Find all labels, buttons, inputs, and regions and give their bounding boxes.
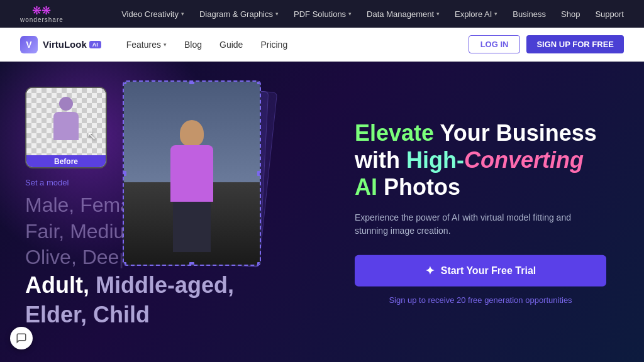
selection-handle-mr [257, 171, 261, 176]
person-shirt [170, 145, 213, 202]
btn-trial-label: Start Your Free Trial [441, 265, 536, 276]
chevron-down-icon: ▾ [181, 11, 184, 17]
sec-nav-blog[interactable]: Blog [184, 40, 202, 50]
virtulook-brand-logo[interactable]: V VirtuLook AI [20, 36, 101, 53]
nav-video-creativity[interactable]: Video Creativity ▾ [121, 9, 184, 19]
sec-nav-guide[interactable]: Guide [219, 40, 243, 50]
logo-text: wondershare [20, 16, 64, 23]
main-photo-frame [123, 80, 261, 266]
heading-converting: Converting [464, 147, 584, 173]
signup-promo[interactable]: Sign up to receive 20 free generation op… [355, 295, 606, 304]
nav-pdf-solutions[interactable]: PDF Solutions ▾ [294, 9, 352, 19]
hero-heading: Elevate Your Business with High-Converti… [355, 119, 606, 201]
nav-diagram-graphics[interactable]: Diagram & Graphics ▾ [199, 9, 279, 19]
logo-icon: ❋❋ [32, 5, 51, 16]
heading-business: Business [496, 120, 597, 146]
main-photo-inner [124, 82, 260, 265]
top-navigation: ❋❋ wondershare Video Creativity ▾ Diagra… [0, 0, 644, 28]
heading-elevate: Elevate [355, 120, 434, 146]
chevron-down-icon: ▾ [275, 11, 279, 17]
login-button[interactable]: LOG IN [469, 35, 521, 53]
signup-button[interactable]: SIGN UP FOR FREE [526, 35, 624, 53]
sec-nav-features[interactable]: Features ▾ [126, 40, 167, 50]
person-head [180, 120, 204, 146]
nav-shop[interactable]: Shop [561, 9, 580, 19]
nav-data-management[interactable]: Data Management ▾ [367, 9, 440, 19]
chevron-down-icon: ▾ [164, 41, 167, 48]
nav-support[interactable]: Support [595, 9, 624, 19]
photo-person-figure [167, 120, 217, 265]
silhouette-body [53, 112, 79, 140]
secondary-navigation: V VirtuLook AI Features ▾ Blog Guide Pri… [0, 28, 644, 62]
scroll-line-5: Elder, Child [25, 300, 234, 330]
nav-explore-ai[interactable]: Explore AI ▾ [455, 9, 497, 19]
heading-high: High- [406, 147, 464, 173]
wondershare-logo[interactable]: ❋❋ wondershare [20, 5, 64, 23]
hero-subtext: Experience the power of AI with virtual … [355, 211, 581, 237]
heading-your: Your [440, 120, 496, 146]
set-model-label: Set a model [25, 178, 69, 187]
silhouette-head [59, 97, 73, 111]
chevron-down-icon: ▾ [494, 11, 497, 17]
person-silhouette [49, 97, 84, 147]
thumbnail-inner: ↖ [26, 88, 106, 155]
cursor-icon: ↖ [87, 129, 96, 143]
heading-ai: AI [355, 174, 384, 200]
selection-handle-tl [123, 80, 126, 84]
heading-with: with [355, 147, 406, 173]
chat-bubble-button[interactable] [10, 327, 33, 349]
sec-nav-pricing[interactable]: Pricing [260, 40, 287, 50]
heading-photos: Photos [384, 174, 460, 200]
brand-name: VirtuLook [43, 39, 87, 50]
start-trial-button[interactable]: ✦ Start Your Free Trial [355, 255, 606, 286]
chevron-down-icon: ▾ [436, 11, 440, 17]
sec-nav-actions: LOG IN SIGN UP FOR FREE [469, 35, 624, 53]
before-label: Before [26, 155, 106, 167]
selection-handle-bm [189, 262, 194, 266]
chat-icon [16, 332, 27, 344]
ai-badge: AI [89, 41, 101, 48]
hero-section: ↖ Before Set a model Male, Female, Fair,… [0, 62, 644, 362]
model-thumbnail: ↖ Before [25, 87, 107, 168]
sparkle-icon: ✦ [425, 263, 435, 277]
scroll-line-4: Adult, Middle-aged, [25, 271, 234, 300]
hero-right-content: Elevate Your Business with High-Converti… [355, 119, 606, 305]
selection-handle-br [257, 262, 261, 266]
chevron-down-icon: ▾ [348, 11, 352, 17]
selection-handle-ml [123, 171, 126, 176]
sec-nav-links: Features ▾ Blog Guide Pricing [126, 40, 443, 50]
nav-business[interactable]: Business [513, 9, 546, 19]
selection-handle-tm [189, 80, 194, 84]
selection-handle-tr [257, 80, 261, 84]
virtulook-icon: V [20, 36, 38, 53]
top-nav-links: Video Creativity ▾ Diagram & Graphics ▾ … [121, 9, 624, 19]
person-pants [173, 202, 211, 252]
